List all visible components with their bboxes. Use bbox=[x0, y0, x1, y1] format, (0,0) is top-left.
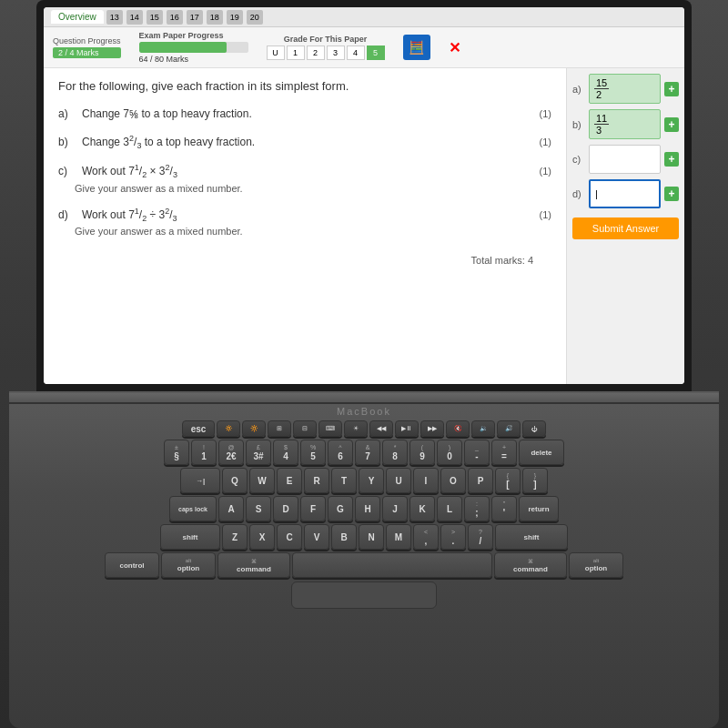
key-period[interactable]: >. bbox=[440, 524, 466, 550]
key-f5[interactable]: ⌨ bbox=[318, 420, 342, 437]
key-6[interactable]: ^6 bbox=[328, 440, 353, 465]
tab-18[interactable]: 18 bbox=[207, 10, 223, 25]
close-icon[interactable]: ✕ bbox=[449, 39, 460, 56]
tab-20[interactable]: 20 bbox=[247, 10, 263, 25]
key-comma[interactable]: <, bbox=[413, 524, 439, 550]
grade-2[interactable]: 2 bbox=[307, 46, 325, 60]
key-i[interactable]: I bbox=[413, 468, 439, 493]
key-f2[interactable]: 🔆 bbox=[242, 420, 266, 437]
answer-box-d[interactable]: | bbox=[589, 179, 661, 208]
key-r[interactable]: R bbox=[304, 468, 329, 493]
key-k[interactable]: K bbox=[410, 496, 435, 521]
key-m[interactable]: M bbox=[386, 524, 411, 550]
key-f3[interactable]: ⊞ bbox=[268, 420, 291, 437]
key-9[interactable]: (9 bbox=[410, 440, 435, 465]
key-f1[interactable]: 🔅 bbox=[217, 420, 240, 437]
key-option-right[interactable]: altoption bbox=[569, 552, 623, 578]
key-n[interactable]: N bbox=[359, 524, 384, 550]
key-7[interactable]: &7 bbox=[355, 440, 380, 465]
key-s[interactable]: S bbox=[246, 496, 271, 521]
key-c[interactable]: C bbox=[277, 524, 302, 550]
key-f4[interactable]: ⊟ bbox=[293, 420, 317, 437]
answer-box-b[interactable]: 11 3 bbox=[589, 109, 661, 139]
key-open-bracket[interactable]: {[ bbox=[495, 468, 521, 493]
grade-U[interactable]: U bbox=[267, 46, 285, 60]
key-shift-left[interactable]: shift bbox=[160, 524, 220, 550]
trackpad[interactable] bbox=[291, 581, 437, 609]
key-z[interactable]: Z bbox=[222, 524, 248, 550]
key-q[interactable]: Q bbox=[222, 468, 248, 493]
key-caps[interactable]: caps lock bbox=[169, 496, 217, 521]
key-p[interactable]: P bbox=[468, 468, 493, 493]
key-f[interactable]: F bbox=[300, 496, 326, 521]
key-d[interactable]: D bbox=[273, 496, 298, 521]
key-w[interactable]: W bbox=[249, 468, 275, 493]
key-b[interactable]: B bbox=[331, 524, 357, 550]
key-2[interactable]: @2€ bbox=[218, 440, 244, 465]
key-e[interactable]: E bbox=[277, 468, 302, 493]
key-f6[interactable]: ☀ bbox=[344, 420, 368, 437]
key-minus[interactable]: _- bbox=[464, 440, 490, 465]
key-control[interactable]: control bbox=[105, 552, 159, 578]
answer-a-add-btn[interactable]: + bbox=[664, 82, 679, 96]
grade-4[interactable]: 4 bbox=[347, 46, 365, 60]
key-h[interactable]: H bbox=[355, 496, 380, 521]
key-0[interactable]: )0 bbox=[437, 440, 462, 465]
grade-5[interactable]: 5 bbox=[367, 46, 385, 60]
answer-d-add-btn[interactable]: + bbox=[664, 187, 679, 201]
key-f10[interactable]: 🔇 bbox=[446, 420, 470, 437]
answer-box-a[interactable]: 15 2 bbox=[589, 74, 661, 104]
key-o[interactable]: O bbox=[440, 468, 466, 493]
key-semicolon[interactable]: :; bbox=[464, 496, 490, 521]
key-a[interactable]: A bbox=[218, 496, 244, 521]
key-f8[interactable]: ▶⏸ bbox=[395, 420, 419, 437]
key-tab[interactable]: →| bbox=[180, 468, 220, 493]
key-esc[interactable]: esc bbox=[182, 420, 215, 437]
key-x[interactable]: X bbox=[249, 524, 275, 550]
key-t[interactable]: T bbox=[331, 468, 357, 493]
tab-15[interactable]: 15 bbox=[147, 10, 163, 25]
submit-answer-button[interactable]: Submit Answer bbox=[572, 217, 679, 239]
grade-1[interactable]: 1 bbox=[287, 46, 305, 60]
key-f9[interactable]: ▶▶ bbox=[420, 420, 444, 437]
key-f7[interactable]: ◀◀ bbox=[369, 420, 393, 437]
key-section[interactable]: ±§ bbox=[164, 440, 189, 465]
key-4[interactable]: $4 bbox=[273, 440, 298, 465]
calculator-icon[interactable]: 🧮 bbox=[403, 35, 430, 60]
key-f11[interactable]: 🔉 bbox=[471, 420, 495, 437]
key-close-bracket[interactable]: }] bbox=[522, 468, 548, 493]
tab-14[interactable]: 14 bbox=[126, 10, 143, 25]
tab-17[interactable]: 17 bbox=[187, 10, 203, 25]
key-5[interactable]: %5 bbox=[300, 440, 326, 465]
tab-13[interactable]: 13 bbox=[106, 10, 123, 25]
key-shift-right[interactable]: shift bbox=[495, 524, 568, 550]
answer-box-c[interactable] bbox=[589, 145, 661, 174]
tab-16[interactable]: 16 bbox=[167, 10, 183, 25]
exam-paper-progress: Exam Paper Progress 64 / 80 Marks bbox=[139, 31, 248, 64]
key-option-left[interactable]: altoption bbox=[161, 552, 216, 578]
key-equals[interactable]: += bbox=[491, 440, 517, 465]
key-g[interactable]: G bbox=[328, 496, 353, 521]
key-3[interactable]: £3# bbox=[246, 440, 271, 465]
key-f12[interactable]: 🔊 bbox=[497, 420, 521, 437]
key-slash[interactable]: ?/ bbox=[468, 524, 493, 550]
key-quote[interactable]: "' bbox=[491, 496, 517, 521]
key-command-left[interactable]: ⌘command bbox=[217, 552, 290, 578]
tab-19[interactable]: 19 bbox=[227, 10, 243, 25]
key-command-right[interactable]: ⌘command bbox=[494, 552, 567, 578]
answer-c-add-btn[interactable]: + bbox=[664, 152, 679, 167]
key-y[interactable]: Y bbox=[359, 468, 384, 493]
key-v[interactable]: V bbox=[304, 524, 329, 550]
key-u[interactable]: U bbox=[386, 468, 411, 493]
key-space[interactable] bbox=[292, 552, 492, 578]
key-delete[interactable]: delete bbox=[519, 440, 564, 465]
key-power[interactable]: ⏻ bbox=[522, 420, 546, 437]
overview-tab[interactable]: Overview bbox=[51, 10, 104, 24]
key-l[interactable]: L bbox=[437, 496, 462, 521]
key-8[interactable]: *8 bbox=[382, 440, 408, 465]
key-return[interactable]: return bbox=[519, 496, 559, 521]
key-1[interactable]: !1 bbox=[191, 440, 217, 465]
grade-3[interactable]: 3 bbox=[327, 46, 345, 60]
key-j[interactable]: J bbox=[382, 496, 408, 521]
answer-b-add-btn[interactable]: + bbox=[664, 117, 679, 132]
